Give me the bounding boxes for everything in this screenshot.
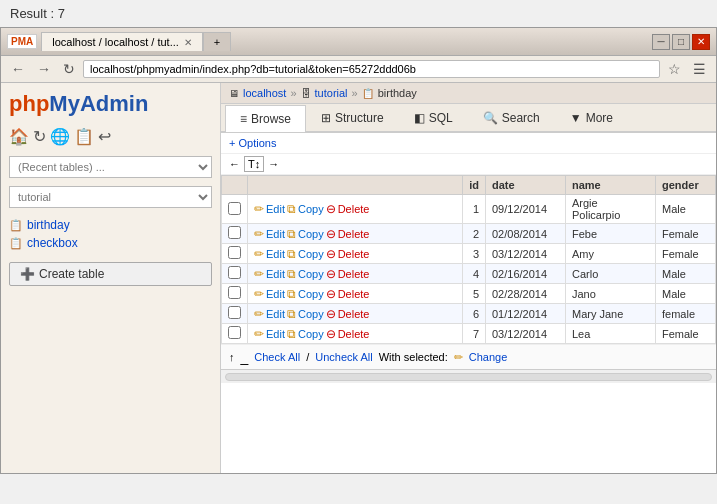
tab-sql[interactable]: ◧ SQL	[399, 104, 468, 131]
row-checkbox-3[interactable]	[222, 264, 248, 284]
copy-btn-6[interactable]: Copy	[298, 328, 324, 340]
copy-btn-0[interactable]: Copy	[298, 203, 324, 215]
cell-id-2: 3	[463, 244, 486, 264]
row-checkbox-6[interactable]	[222, 324, 248, 344]
delete-btn-6[interactable]: Delete	[338, 328, 370, 340]
breadcrumb-server[interactable]: localhost	[243, 87, 286, 99]
copy-btn-1[interactable]: Copy	[298, 228, 324, 240]
database-select[interactable]: tutorial	[9, 186, 212, 208]
delete-btn-0[interactable]: Delete	[338, 203, 370, 215]
edit-btn-6[interactable]: Edit	[266, 328, 285, 340]
row-checkbox-0[interactable]	[222, 195, 248, 224]
edit-btn-2[interactable]: Edit	[266, 248, 285, 260]
reload-button[interactable]: ↻	[59, 59, 79, 79]
col-id[interactable]: id	[463, 176, 486, 195]
tab-active[interactable]: localhost / localhost / tut... ✕	[41, 32, 203, 51]
result-bar: Result : 7	[0, 0, 717, 27]
forward-button[interactable]: →	[33, 59, 55, 79]
close-button[interactable]: ✕	[692, 34, 710, 50]
copy-btn-5[interactable]: Copy	[298, 308, 324, 320]
minimize-button[interactable]: ─	[652, 34, 670, 50]
bookmark-icon[interactable]: ☆	[664, 59, 685, 79]
footer-row: ↑ _ Check All / Uncheck All With selecte…	[221, 344, 716, 369]
sort-T-icon: T↕	[244, 156, 264, 172]
options-link[interactable]: + Options	[229, 137, 276, 149]
checkbox-0[interactable]	[228, 202, 241, 215]
edit-btn-3[interactable]: Edit	[266, 268, 285, 280]
delete-circle-icon-5: ⊖	[326, 307, 336, 321]
horizontal-scrollbar[interactable]	[225, 373, 712, 381]
maximize-button[interactable]: □	[672, 34, 690, 50]
delete-btn-2[interactable]: Delete	[338, 248, 370, 260]
tab-structure[interactable]: ⊞ Structure	[306, 104, 399, 131]
copy-btn-3[interactable]: Copy	[298, 268, 324, 280]
menu-button[interactable]: ☰	[689, 59, 710, 79]
col-gender[interactable]: gender	[656, 176, 716, 195]
delete-circle-icon-3: ⊖	[326, 267, 336, 281]
change-link[interactable]: Change	[469, 351, 508, 363]
home-icon[interactable]: 🏠	[9, 127, 29, 146]
edit-btn-1[interactable]: Edit	[266, 228, 285, 240]
table-scroll[interactable]: id date name gender ✏ Edit ⧉ Copy ⊖ Dele…	[221, 175, 716, 344]
settings-icon[interactable]: 📋	[74, 127, 94, 146]
edit-icon-1: ✏	[254, 227, 264, 241]
tab-bar: ≡ Browse ⊞ Structure ◧ SQL 🔍 Search ▼	[221, 104, 716, 133]
copy-btn-2[interactable]: Copy	[298, 248, 324, 260]
scrollbar-area[interactable]	[221, 369, 716, 383]
delete-btn-1[interactable]: Delete	[338, 228, 370, 240]
tab-close-icon[interactable]: ✕	[184, 37, 192, 48]
back-button[interactable]: ←	[7, 59, 29, 79]
delete-btn-3[interactable]: Delete	[338, 268, 370, 280]
cell-name-1: Febe	[566, 224, 656, 244]
sidebar-table-checkbox[interactable]: 📋 checkbox	[9, 234, 212, 252]
row-checkbox-1[interactable]	[222, 224, 248, 244]
edit-footer-icon: ✏	[454, 351, 463, 364]
checkbox-5[interactable]	[228, 306, 241, 319]
browser-window: PMA localhost / localhost / tut... ✕ + ─…	[0, 27, 717, 474]
row-checkbox-5[interactable]	[222, 304, 248, 324]
address-input[interactable]	[83, 60, 660, 78]
refresh-icon[interactable]: ↻	[33, 127, 46, 146]
browse-icon: ≡	[240, 112, 247, 126]
row-checkbox-4[interactable]	[222, 284, 248, 304]
checkbox-6[interactable]	[228, 326, 241, 339]
copy-icon-3: ⧉	[287, 267, 296, 281]
with-selected-text: With selected:	[379, 351, 448, 363]
table-row: ✏ Edit ⧉ Copy ⊖ Delete 6 01/12/2014 Mary…	[222, 304, 716, 324]
row-checkbox-2[interactable]	[222, 244, 248, 264]
tab-new[interactable]: +	[203, 32, 231, 51]
col-actions	[248, 176, 463, 195]
uncheck-all-link[interactable]: Uncheck All	[315, 351, 372, 363]
tab-browse[interactable]: ≡ Browse	[225, 105, 306, 132]
create-table-button[interactable]: ➕ Create table	[9, 262, 212, 286]
col-date[interactable]: date	[486, 176, 566, 195]
edit-btn-0[interactable]: Edit	[266, 203, 285, 215]
copy-btn-4[interactable]: Copy	[298, 288, 324, 300]
cell-date-4: 02/28/2014	[486, 284, 566, 304]
globe-icon[interactable]: 🌐	[50, 127, 70, 146]
recent-tables-select[interactable]: (Recent tables) ...	[9, 156, 212, 178]
search-label: Search	[502, 111, 540, 125]
tab-more[interactable]: ▼ More	[555, 104, 628, 131]
delete-btn-4[interactable]: Delete	[338, 288, 370, 300]
delete-btn-5[interactable]: Delete	[338, 308, 370, 320]
checkbox-2[interactable]	[228, 246, 241, 259]
delete-circle-icon-4: ⊖	[326, 287, 336, 301]
nav-bar: ← → ↻ ☆ ☰	[1, 56, 716, 83]
col-name[interactable]: name	[566, 176, 656, 195]
checkbox-1[interactable]	[228, 226, 241, 239]
checkbox-4[interactable]	[228, 286, 241, 299]
sidebar-table-birthday[interactable]: 📋 birthday	[9, 216, 212, 234]
check-all-link[interactable]: Check All	[254, 351, 300, 363]
cell-gender-4: Male	[656, 284, 716, 304]
structure-icon: ⊞	[321, 111, 331, 125]
edit-btn-4[interactable]: Edit	[266, 288, 285, 300]
logout-icon[interactable]: ↩	[98, 127, 111, 146]
edit-btn-5[interactable]: Edit	[266, 308, 285, 320]
checkbox-3[interactable]	[228, 266, 241, 279]
data-table: id date name gender ✏ Edit ⧉ Copy ⊖ Dele…	[221, 175, 716, 344]
tab-search[interactable]: 🔍 Search	[468, 104, 555, 131]
cell-date-5: 01/12/2014	[486, 304, 566, 324]
breadcrumb-database[interactable]: tutorial	[315, 87, 348, 99]
breadcrumb: 🖥 localhost » 🗄 tutorial » 📋 birthday	[221, 83, 716, 104]
